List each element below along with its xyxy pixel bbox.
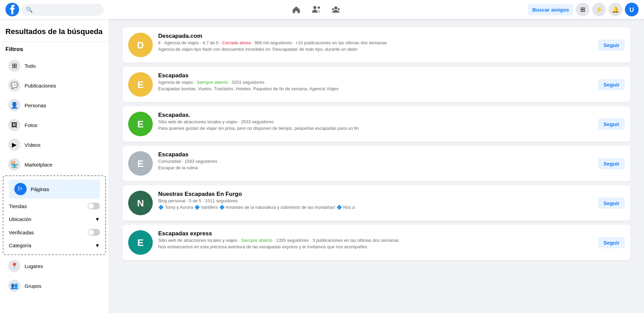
svg-text:E: E [137, 79, 144, 90]
main-layout: Resultados de la búsqueda Filtros ⊞ Todo… [0, 19, 644, 313]
result-meta: Sitio web de atracciones locales y viaje… [158, 119, 593, 124]
sidebar: Resultados de la búsqueda Filtros ⊞ Todo… [0, 19, 109, 313]
result-desc: Escapadas bonitas. Vuelos. Traslados. Ho… [158, 86, 593, 91]
apps-button[interactable]: ⊞ [576, 3, 589, 16]
fotos-icon: 🖼 [8, 119, 20, 131]
result-info: Escapadas Comunidad · 1583 seguidores Es… [158, 151, 593, 170]
svg-point-2 [317, 6, 320, 9]
svg-point-4 [332, 8, 334, 10]
sidebar-title: Resultados de la búsqueda [0, 25, 109, 40]
sidebar-item-paginas[interactable]: 🏳 Páginas [9, 179, 100, 199]
svg-point-3 [334, 6, 337, 10]
seguir-button[interactable]: Seguir [598, 158, 625, 169]
filtros-label: Filtros [0, 43, 109, 56]
svg-point-5 [338, 8, 340, 10]
user-avatar[interactable]: U [625, 3, 639, 16]
lugares-icon: 📍 [8, 260, 20, 272]
ubicacion-filter-row[interactable]: Ubicación ▼ [6, 213, 103, 225]
notifications-button[interactable]: 🔔 [609, 3, 622, 16]
nav-right: Buscar amigos ⊞ ⚡ 🔔 U [528, 3, 639, 16]
result-card: E Escapadas Comunidad · 1583 seguidores … [123, 146, 630, 181]
result-desc: 🔷 Tomy y Aurora 🔷 Vanlifers 🔷 Amantes de… [158, 205, 593, 210]
result-info: Nuestras Escapadas En Furgo Blog persona… [158, 191, 593, 210]
seguir-button[interactable]: Seguir [598, 40, 625, 51]
publicaciones-icon: 💬 [8, 79, 20, 92]
verificadas-label: Verificadas [9, 230, 34, 235]
result-name: Escapadas. [158, 112, 593, 119]
result-info: Descapada.com € · Agencia de viajes · 4,… [158, 33, 593, 52]
result-info: Escapadas. Sitio web de atracciones loca… [158, 112, 593, 131]
svg-text:N: N [137, 198, 144, 208]
result-name: Escapadas [158, 151, 593, 158]
personas-icon: 👤 [8, 99, 20, 111]
result-name: Nuestras Escapadas En Furgo [158, 191, 593, 198]
result-meta: Comunidad · 1583 seguidores [158, 159, 593, 164]
result-name: Escapadas [158, 72, 593, 79]
sidebar-item-personas[interactable]: 👤 Personas [3, 96, 106, 115]
search-icon: 🔍 [26, 6, 33, 13]
sidebar-item-todo[interactable]: ⊞ Todo [3, 56, 106, 75]
sidebar-item-videos[interactable]: ▶ Vídeos [3, 135, 106, 154]
result-meta: Blog personal · 5 de 5 · 1511 seguidores [158, 198, 593, 203]
videos-icon: ▶ [8, 139, 20, 151]
grupos-icon: 👥 [8, 280, 20, 292]
seguir-button[interactable]: Seguir [598, 79, 625, 90]
result-avatar: E [128, 72, 153, 97]
home-nav-btn[interactable] [288, 1, 305, 18]
sidebar-item-fotos[interactable]: 🖼 Fotos [3, 115, 106, 135]
svg-text:E: E [137, 158, 144, 169]
verificadas-filter-row: Verificadas [6, 225, 103, 239]
sidebar-item-lugares[interactable]: 📍 Lugares [3, 256, 106, 276]
facebook-logo[interactable] [5, 3, 19, 16]
result-avatar: D [128, 33, 153, 57]
sidebar-item-videos-label: Vídeos [25, 142, 41, 148]
result-card: E Escapadas express Sitio web de atracci… [123, 225, 630, 260]
seguir-button[interactable]: Seguir [598, 237, 625, 248]
categoria-label: Categoría [9, 242, 31, 248]
ubicacion-label: Ubicación [9, 216, 31, 222]
messenger-button[interactable]: ⚡ [592, 3, 606, 16]
categoria-chevron-icon: ▼ [95, 242, 100, 248]
sidebar-item-lugares-label: Lugares [25, 263, 43, 269]
result-desc: Nos embarcamos en esta preciosa aventura… [158, 244, 593, 249]
sidebar-item-grupos-label: Grupos [25, 283, 41, 289]
sidebar-item-personas-label: Personas [25, 103, 46, 108]
result-desc: Escapar de la rutina [158, 165, 593, 170]
result-info: Escapadas Agencia de viajes · Siempre ab… [158, 72, 593, 91]
todo-icon: ⊞ [8, 60, 20, 72]
search-results: D Descapada.com € · Agencia de viajes · … [109, 19, 644, 313]
result-name: Escapadas express [158, 230, 593, 237]
tiendas-filter-row: Tiendas [6, 199, 103, 213]
result-avatar: E [128, 230, 153, 255]
svg-text:D: D [137, 40, 144, 50]
buscar-amigos-button[interactable]: Buscar amigos [528, 4, 573, 15]
svg-text:E: E [137, 119, 144, 129]
result-card: E Escapadas Agencia de viajes · Siempre … [123, 67, 630, 102]
result-desc: Agencia de viajes tipo flash con descuen… [158, 47, 593, 52]
sidebar-divider [0, 42, 109, 42]
search-bar[interactable]: 🔍 Escapadas [22, 4, 104, 16]
result-info: Escapadas express Sitio web de atraccion… [158, 230, 593, 249]
verificadas-toggle[interactable] [88, 229, 100, 236]
categoria-filter-row[interactable]: Categoría ▼ [6, 239, 103, 252]
tiendas-toggle[interactable] [88, 203, 100, 209]
seguir-button[interactable]: Seguir [598, 198, 625, 209]
result-card: D Descapada.com € · Agencia de viajes · … [123, 27, 630, 63]
seguir-button[interactable]: Seguir [598, 119, 625, 130]
sidebar-item-marketplace[interactable]: 🏪 Marketplace [3, 155, 106, 174]
ubicacion-chevron-icon: ▼ [95, 216, 100, 222]
sidebar-item-publicaciones[interactable]: 💬 Publicaciones [3, 76, 106, 95]
paginas-filter-group: 🏳 Páginas Tiendas Ubicación ▼ Verificada… [3, 175, 106, 255]
result-avatar: E [128, 112, 153, 136]
search-input[interactable]: Escapadas [35, 7, 100, 13]
result-desc: Para quienes gustan de viajar sin prisa,… [158, 126, 593, 131]
result-name: Descapada.com [158, 33, 593, 40]
friends-nav-btn[interactable] [308, 1, 325, 18]
sidebar-item-grupos[interactable]: 👥 Grupos [3, 276, 106, 295]
result-card: E Escapadas. Sitio web de atracciones lo… [123, 106, 630, 142]
groups-nav-btn[interactable] [327, 1, 344, 18]
sidebar-item-publicaciones-label: Publicaciones [25, 83, 56, 89]
sidebar-item-marketplace-label: Marketplace [25, 162, 53, 168]
result-avatar: E [128, 151, 153, 176]
nav-center [106, 1, 525, 18]
